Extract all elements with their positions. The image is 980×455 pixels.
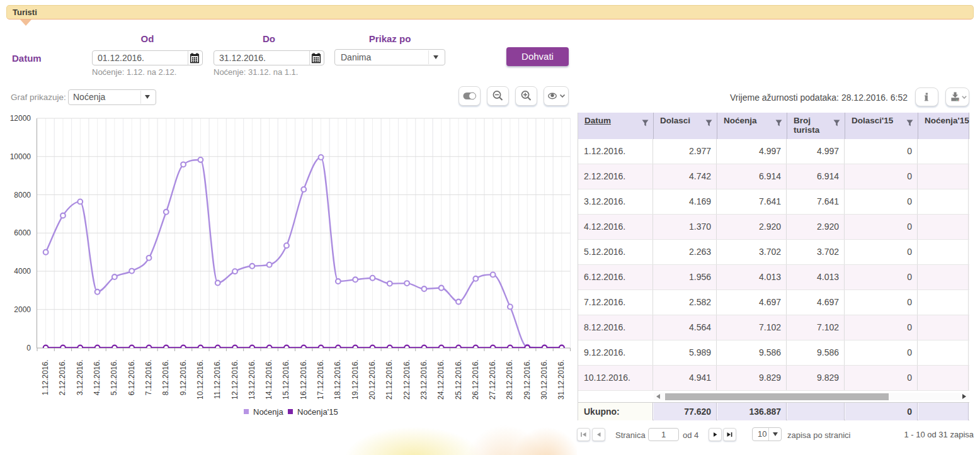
svg-text:5.12.2016.: 5.12.2016. bbox=[110, 360, 118, 396]
svg-text:10000: 10000 bbox=[10, 152, 31, 161]
svg-text:4.12.2016.: 4.12.2016. bbox=[93, 360, 101, 396]
svg-text:8.12.2016.: 8.12.2016. bbox=[161, 360, 170, 396]
svg-text:3.12.2016.: 3.12.2016. bbox=[76, 360, 84, 396]
svg-text:20.12.2016.: 20.12.2016. bbox=[368, 360, 377, 400]
svg-text:4000: 4000 bbox=[14, 267, 31, 276]
svg-text:Noćenja: Noćenja bbox=[253, 407, 283, 417]
svg-text:6.12.2016.: 6.12.2016. bbox=[127, 360, 136, 396]
svg-text:2.12.2016.: 2.12.2016. bbox=[58, 360, 67, 396]
svg-text:24.12.2016.: 24.12.2016. bbox=[436, 360, 445, 400]
svg-text:14.12.2016.: 14.12.2016. bbox=[265, 360, 273, 400]
svg-text:19.12.2016.: 19.12.2016. bbox=[351, 360, 360, 400]
svg-text:30.12.2016.: 30.12.2016. bbox=[540, 360, 549, 400]
svg-text:26.12.2016.: 26.12.2016. bbox=[471, 360, 480, 400]
svg-text:13.12.2016.: 13.12.2016. bbox=[248, 360, 256, 400]
svg-text:16.12.2016.: 16.12.2016. bbox=[299, 360, 308, 400]
svg-text:9.12.2016.: 9.12.2016. bbox=[179, 360, 188, 396]
svg-text:31.12.2016.: 31.12.2016. bbox=[557, 360, 566, 400]
svg-text:15.12.2016.: 15.12.2016. bbox=[282, 360, 290, 400]
svg-text:Noćenja'15: Noćenja'15 bbox=[297, 407, 338, 417]
svg-text:6000: 6000 bbox=[14, 228, 31, 237]
svg-text:8000: 8000 bbox=[14, 191, 31, 199]
svg-text:21.12.2016.: 21.12.2016. bbox=[385, 360, 394, 400]
svg-text:23.12.2016.: 23.12.2016. bbox=[419, 360, 428, 400]
svg-text:27.12.2016.: 27.12.2016. bbox=[488, 360, 497, 400]
svg-text:25.12.2016.: 25.12.2016. bbox=[454, 360, 463, 400]
svg-text:1.12.2016.: 1.12.2016. bbox=[41, 360, 50, 396]
svg-text:12000: 12000 bbox=[10, 114, 31, 123]
svg-text:29.12.2016.: 29.12.2016. bbox=[523, 360, 532, 400]
svg-text:12.12.2016.: 12.12.2016. bbox=[231, 360, 239, 400]
svg-text:22.12.2016.: 22.12.2016. bbox=[402, 360, 411, 400]
svg-text:18.12.2016.: 18.12.2016. bbox=[333, 360, 342, 400]
svg-text:11.12.2016.: 11.12.2016. bbox=[213, 360, 222, 400]
svg-text:17.12.2016.: 17.12.2016. bbox=[316, 360, 325, 400]
svg-text:0: 0 bbox=[26, 344, 31, 352]
svg-text:28.12.2016.: 28.12.2016. bbox=[505, 360, 514, 400]
svg-text:7.12.2016.: 7.12.2016. bbox=[144, 360, 153, 396]
svg-text:2000: 2000 bbox=[14, 305, 31, 314]
svg-text:10.12.2016.: 10.12.2016. bbox=[196, 360, 205, 400]
